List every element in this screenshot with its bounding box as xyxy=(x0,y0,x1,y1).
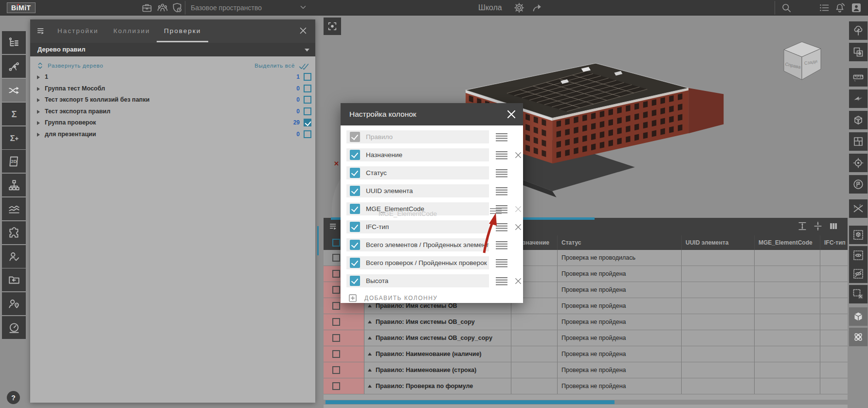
clash-detection-icon[interactable] xyxy=(2,79,26,102)
drag-handle-icon[interactable] xyxy=(495,205,508,213)
shield-clock-icon[interactable] xyxy=(171,2,183,14)
double-check-icon[interactable] xyxy=(299,62,310,72)
vegetation-icon[interactable] xyxy=(849,21,868,40)
column-checkbox[interactable] xyxy=(350,150,360,160)
expand-collapse-icon[interactable] xyxy=(37,62,43,72)
tab-settings[interactable]: Настройки xyxy=(57,19,98,43)
share-icon[interactable] xyxy=(531,2,543,14)
close-icon[interactable] xyxy=(506,108,517,120)
expand-arrow-icon[interactable] xyxy=(37,98,40,102)
scrollbar-thumb[interactable] xyxy=(326,400,615,404)
close-icon[interactable] xyxy=(298,25,308,36)
sheets-2d-icon[interactable]: 2D xyxy=(2,150,26,173)
search-icon[interactable] xyxy=(780,2,792,14)
collapse-arrow-icon[interactable] xyxy=(368,353,372,355)
menu-icon[interactable] xyxy=(328,221,339,232)
tree-item[interactable]: Группа тест Мособл 0 xyxy=(30,84,315,95)
journal-icon[interactable] xyxy=(818,2,830,14)
table-row[interactable]: Правило: Наименование (строка) Проверка … xyxy=(324,362,848,378)
select-all-link[interactable]: Выделить всё xyxy=(254,63,295,69)
column-checkbox[interactable] xyxy=(350,276,360,286)
view-cube[interactable]: Справа Сзади xyxy=(780,37,825,82)
tree-item[interactable]: Тест экспорт 5 коллизий без папки 0 xyxy=(30,95,315,106)
rules-tree-dropdown[interactable]: Дерево правил xyxy=(30,43,315,56)
row-checkbox[interactable] xyxy=(332,254,340,262)
row-checkbox[interactable] xyxy=(332,318,340,326)
tree-item[interactable]: Тест экспорта правил 0 xyxy=(30,106,315,118)
collapse-arrow-icon[interactable] xyxy=(368,337,372,339)
column-checkbox[interactable] xyxy=(350,258,360,268)
solid-cube-icon[interactable] xyxy=(849,307,868,326)
remove-column-icon[interactable] xyxy=(514,205,523,213)
header-checkbox[interactable] xyxy=(332,239,340,247)
column-checkbox[interactable] xyxy=(350,132,360,142)
row-checkbox[interactable] xyxy=(332,366,340,374)
column-row-strip[interactable]: Всего проверок / Пройденных проверок xyxy=(346,256,489,269)
drag-handle-icon[interactable] xyxy=(495,151,508,160)
dimensions-icon[interactable]: 12 xyxy=(849,199,868,218)
column-row-strip[interactable]: IFC-тип xyxy=(346,220,489,233)
collapse-arrow-icon[interactable] xyxy=(368,304,372,307)
column-checkbox[interactable] xyxy=(350,168,360,178)
expand-arrow-icon[interactable] xyxy=(37,87,40,91)
app-logo[interactable]: BiMiT xyxy=(7,2,36,13)
collaboration-icon[interactable] xyxy=(157,2,168,14)
clash-planes-icon[interactable] xyxy=(849,89,868,108)
isolate-cube-icon[interactable] xyxy=(849,226,868,244)
person-pin-icon[interactable] xyxy=(2,292,26,315)
remove-column-icon[interactable] xyxy=(514,277,523,285)
expand-tree-link[interactable]: Развернуть дерево xyxy=(48,63,103,69)
row-checkbox[interactable] xyxy=(332,302,340,310)
charts-icon[interactable] xyxy=(2,197,26,220)
help-button[interactable]: ? xyxy=(7,391,20,404)
columns-icon[interactable] xyxy=(828,221,839,231)
drag-handle-icon[interactable] xyxy=(495,187,508,195)
row-checkbox[interactable] xyxy=(332,382,340,390)
account-icon[interactable] xyxy=(850,2,862,14)
tree-item-checkbox[interactable] xyxy=(304,119,311,126)
model-tree-icon[interactable] xyxy=(2,31,26,54)
panel-scroll-thumb[interactable] xyxy=(317,226,319,255)
column-header[interactable]: Статус xyxy=(557,235,681,250)
expand-arrow-icon[interactable] xyxy=(37,133,40,137)
add-column-button[interactable]: ДОБАВИТЬ КОЛОННУ xyxy=(346,292,523,304)
tree-item-checkbox[interactable] xyxy=(304,107,311,115)
tree-item-checkbox[interactable] xyxy=(304,130,311,138)
person-check-icon[interactable] xyxy=(2,245,26,268)
horizontal-scrollbar[interactable] xyxy=(324,400,848,405)
tree-item-checkbox[interactable] xyxy=(304,73,311,81)
remove-column-icon[interactable] xyxy=(514,151,523,160)
sigma-plus-icon[interactable]: Σ xyxy=(2,126,26,149)
chevron-down-icon[interactable] xyxy=(298,2,308,14)
remove-column-icon[interactable] xyxy=(514,223,523,231)
tab-collisions[interactable]: Коллизии xyxy=(113,19,150,43)
briefcase-icon[interactable] xyxy=(141,2,153,14)
column-checkbox[interactable] xyxy=(350,222,360,232)
table-row[interactable]: Правило: Имя системы ОВ_copy_copy Провер… xyxy=(324,330,848,346)
row-checkbox[interactable] xyxy=(332,270,340,278)
table-row[interactable]: Правило: Проверка по формуле Проверка не… xyxy=(324,378,848,394)
tree-item-checkbox[interactable] xyxy=(304,85,311,92)
column-checkbox[interactable] xyxy=(350,204,360,214)
show-eye-icon[interactable] xyxy=(849,246,868,265)
row-checkbox[interactable] xyxy=(332,286,340,294)
floor-plan-icon[interactable] xyxy=(849,132,868,151)
frame-capture-icon[interactable] xyxy=(324,18,341,35)
flag-icon[interactable] xyxy=(849,175,868,194)
row-checkbox[interactable] xyxy=(332,334,340,342)
row-collapse-icon[interactable] xyxy=(813,221,823,231)
structure-icon[interactable] xyxy=(2,174,26,196)
drag-handle-icon[interactable] xyxy=(495,241,508,249)
table-row[interactable]: Правило: Имя системы ОВ_copy Проверка не… xyxy=(324,314,848,330)
plugins-icon[interactable] xyxy=(2,221,26,244)
tab-checks[interactable]: Проверки xyxy=(164,19,201,43)
column-header[interactable]: IFC-тип xyxy=(820,235,848,250)
clear-selection-icon[interactable] xyxy=(849,285,868,303)
row-checkbox[interactable] xyxy=(332,350,340,358)
tree-item[interactable]: 1 1 xyxy=(30,72,315,84)
expand-arrow-icon[interactable] xyxy=(37,121,40,125)
drag-handle-icon[interactable] xyxy=(495,259,508,267)
column-row-strip[interactable]: Назначение xyxy=(346,148,489,161)
focus-icon[interactable] xyxy=(849,154,868,172)
drag-handle-icon[interactable] xyxy=(495,277,508,285)
